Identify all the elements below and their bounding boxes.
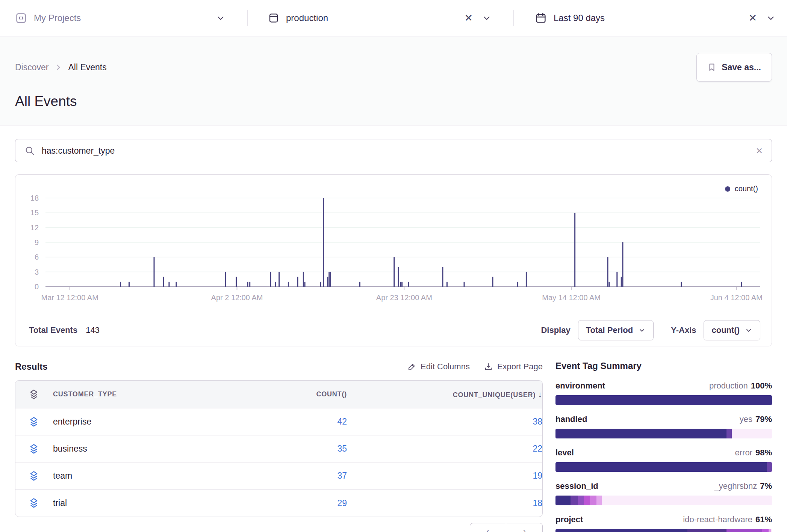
count-cell[interactable]: 37 [234,471,347,481]
search-bar: × [15,139,772,162]
tag-pct: 7% [760,481,772,491]
svg-text:Jun 4 12:00 AM: Jun 4 12:00 AM [710,293,763,302]
customer-type-cell: business [47,444,234,454]
tag-bar[interactable] [555,395,772,405]
svg-text:3: 3 [35,268,39,276]
clear-environment-icon[interactable]: ✕ [464,13,473,23]
tag-value: production [709,381,748,390]
tag-key[interactable]: project [555,515,583,524]
tag-bar[interactable] [555,496,772,505]
clear-search-icon[interactable]: × [756,145,763,156]
search-input[interactable] [42,146,749,156]
display-value: Total Period [586,325,633,335]
svg-text:6: 6 [35,253,39,261]
pagination-next-button[interactable]: › [506,523,543,532]
tag-key[interactable]: handled [555,414,587,424]
table-header-row: CUSTOMER_TYPE COUNT() COUNT_UNIQUE(USER)… [15,381,542,408]
sort-desc-icon: ↓ [538,390,542,399]
project-selector-label: My Projects [34,13,81,23]
total-events-value: 143 [86,325,100,335]
calendar-icon [535,12,547,24]
count-unique-cell[interactable]: 18 [358,498,542,508]
count-cell[interactable]: 42 [234,417,347,427]
environment-label: production [286,13,328,23]
svg-text:9: 9 [35,238,39,246]
export-page-button[interactable]: Export Page [484,362,543,372]
tag-value: error [735,448,752,457]
clear-date-range-icon[interactable]: ✕ [748,13,757,23]
tag-entry-project: project ido-react-hardware61% [555,515,772,532]
tag-key[interactable]: level [555,448,574,458]
chart-footer: Total Events 143 Display Total Period Y-… [15,314,772,346]
column-count[interactable]: COUNT() [234,390,347,398]
count-unique-cell[interactable]: 22 [358,444,542,454]
count-unique-cell[interactable]: 19 [358,471,542,481]
save-as-button[interactable]: Save as... [696,53,772,82]
global-filter-bar: My Projects production ✕ Last 90 days ✕ [0,0,787,36]
svg-text:May 14 12:00 AM: May 14 12:00 AM [542,293,601,302]
bookmark-icon [707,63,716,72]
table-row: business 35 22 [15,435,542,462]
stack-icon[interactable] [15,497,47,509]
edit-columns-button[interactable]: Edit Columns [407,362,470,372]
breadcrumb-discover[interactable]: Discover [15,62,48,73]
save-as-label: Save as... [722,62,761,73]
column-customer-type[interactable]: CUSTOMER_TYPE [47,390,234,398]
stack-icon[interactable] [15,470,47,482]
tag-key[interactable]: environment [555,381,605,391]
date-range-label: Last 90 days [554,13,605,23]
yaxis-label: Y-Axis [671,325,696,335]
yaxis-value: count() [711,325,740,335]
chevron-down-icon[interactable] [766,13,776,23]
tag-entry-handled: handled yes79% [555,414,772,438]
chevron-down-icon[interactable] [216,13,226,23]
column-count-unique[interactable]: COUNT_UNIQUE(USER)↓ [358,390,542,399]
yaxis-dropdown[interactable]: count() [704,320,760,340]
tag-bar[interactable] [555,462,772,472]
breadcrumb: Discover All Events [15,62,107,73]
stack-icon[interactable] [15,389,47,400]
events-chart[interactable]: 0369121518Mar 12 12:00 AMApr 2 12:00 AMA… [15,175,772,314]
svg-text:12: 12 [30,224,39,232]
tag-entry-environment: environment production100% [555,381,772,405]
customer-type-cell: trial [47,498,234,508]
download-icon [484,363,493,371]
tag-value: ido-react-hardware [683,515,752,524]
count-cell[interactable]: 35 [234,444,347,454]
display-dropdown[interactable]: Total Period [578,320,654,340]
chevron-down-icon [638,326,646,334]
date-range-selector[interactable]: Last 90 days ✕ [514,0,787,36]
tag-top-value: production100% [709,381,772,391]
export-page-label: Export Page [497,362,543,372]
stack-icon[interactable] [15,416,47,428]
tag-top-value: error98% [735,448,772,458]
pagination-prev-button[interactable]: ‹ [470,523,506,532]
svg-text:0: 0 [35,283,39,291]
table-row: enterprise 42 38 [15,408,542,435]
edit-columns-label: Edit Columns [421,362,470,372]
project-selector[interactable]: My Projects [0,0,247,36]
tag-entry-session-id: session_id _yeghrsbnz7% [555,481,772,505]
tag-top-value: _yeghrsbnz7% [714,481,772,491]
tag-bar[interactable] [555,529,772,532]
tag-pct: 100% [751,381,772,390]
column-count-unique-label: COUNT_UNIQUE(USER) [453,391,536,399]
customer-type-cell: enterprise [47,417,234,427]
customer-type-cell: team [47,471,234,481]
page-header: Discover All Events Save as... All Event… [0,36,787,125]
tag-bar[interactable] [555,429,772,438]
chevron-down-icon[interactable] [482,13,492,23]
count-unique-cell[interactable]: 38 [358,417,542,427]
results-table: CUSTOMER_TYPE COUNT() COUNT_UNIQUE(USER)… [15,380,543,517]
count-cell[interactable]: 29 [234,498,347,508]
projects-icon [15,12,27,24]
tag-pct: 61% [755,515,772,524]
environment-selector[interactable]: production ✕ [248,0,513,36]
tag-key[interactable]: session_id [555,481,598,491]
display-label: Display [541,325,570,335]
pagination: ‹ › [15,523,543,532]
svg-text:18: 18 [30,194,39,202]
table-row: team 37 19 [15,462,542,490]
stack-icon[interactable] [15,443,47,455]
chevron-down-icon [745,326,752,334]
